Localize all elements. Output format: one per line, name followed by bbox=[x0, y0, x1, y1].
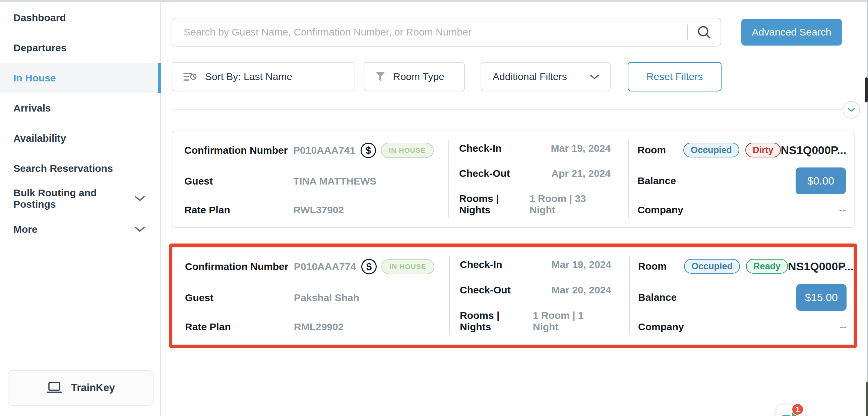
guest-name-value: TINA MATTHEWS bbox=[293, 175, 376, 187]
room-number-value: NS1Q000P... bbox=[788, 260, 854, 273]
card-column-divider bbox=[449, 256, 450, 335]
in-house-status-badge: IN HOUSE bbox=[381, 143, 434, 158]
sidebar-item-departures[interactable]: Departures bbox=[0, 33, 160, 63]
sidebar-item-in-house[interactable]: In House bbox=[0, 63, 160, 93]
search-box bbox=[172, 18, 721, 46]
card-guest-column: Confirmation Number P010AAA741 IN HOUSE … bbox=[184, 143, 442, 216]
sidebar-item-label: Availability bbox=[13, 133, 66, 144]
sidebar-item-bulk-routing-and-postings[interactable]: Bulk Routing and Postings bbox=[0, 184, 160, 214]
trainkey-label: TrainKey bbox=[71, 382, 115, 394]
rooms-nights-label: Rooms | Nights bbox=[460, 310, 533, 332]
check-in-value: Mar 19, 2024 bbox=[551, 143, 611, 154]
card-guest-column: Confirmation Number P010AAA774 IN HOUSE … bbox=[185, 259, 443, 332]
card-stay-column: Check-In Mar 19, 2024 Check-Out Mar 20, … bbox=[460, 259, 611, 332]
room-label: Room bbox=[638, 145, 666, 156]
sidebar-item-more[interactable]: More bbox=[0, 214, 160, 245]
notification-badge: 1 bbox=[792, 403, 804, 415]
guest-name-value: Pakshal Shah bbox=[294, 292, 359, 303]
card-stay-column: Check-In Mar 19, 2024 Check-Out Apr 21, … bbox=[459, 143, 611, 216]
rooms-nights-value: 1 Room | 33 Night bbox=[529, 193, 611, 216]
folio-dollar-icon[interactable] bbox=[361, 143, 376, 158]
highlighted-reservation-outline: Confirmation Number P010AAA774 IN HOUSE … bbox=[169, 244, 857, 348]
search-input[interactable] bbox=[172, 27, 687, 38]
funnel-icon bbox=[375, 71, 386, 83]
scrollbar-thumb[interactable] bbox=[865, 77, 868, 102]
room-status-pill-occupied: Occupied bbox=[683, 143, 739, 157]
balance-button[interactable]: $0.00 bbox=[796, 167, 846, 194]
balance-label: Balance bbox=[638, 175, 676, 187]
room-type-label: Room Type bbox=[393, 71, 444, 83]
sidebar-item-label: More bbox=[13, 224, 37, 235]
folio-dollar-icon[interactable] bbox=[361, 259, 377, 274]
additional-filters-button[interactable]: Additional Filters bbox=[480, 62, 611, 91]
confirmation-number-value: P010AAA774 bbox=[294, 261, 356, 272]
sidebar-item-arrivals[interactable]: Arrivals bbox=[0, 93, 160, 123]
card-column-divider bbox=[629, 256, 630, 335]
laptop-icon bbox=[46, 381, 62, 394]
company-value: -- bbox=[840, 321, 846, 332]
check-in-label: Check-In bbox=[460, 259, 502, 270]
room-type-filter-button[interactable]: Room Type bbox=[364, 62, 465, 91]
chevron-down-icon bbox=[134, 224, 146, 235]
collapse-list-button[interactable] bbox=[842, 101, 860, 119]
room-number-value: NS1Q000P... bbox=[781, 144, 846, 157]
search-icon[interactable] bbox=[696, 25, 712, 40]
guest-label: Guest bbox=[185, 292, 294, 303]
sort-icon bbox=[183, 71, 197, 83]
check-out-value: Mar 20, 2024 bbox=[552, 284, 611, 296]
chevron-down-icon bbox=[134, 193, 146, 204]
search-divider bbox=[687, 25, 688, 40]
rate-plan-value: RWL37902 bbox=[293, 204, 344, 216]
in-house-status-badge: IN HOUSE bbox=[381, 259, 434, 274]
sidebar: Dashboard Departures In House Arrivals A… bbox=[0, 2, 161, 416]
sidebar-item-label: Arrivals bbox=[13, 102, 51, 114]
guest-label: Guest bbox=[184, 175, 293, 187]
confirmation-number-label: Confirmation Number bbox=[185, 261, 294, 272]
sidebar-item-label: Dashboard bbox=[13, 12, 66, 24]
sidebar-item-dashboard[interactable]: Dashboard bbox=[0, 3, 160, 33]
window-corner-shadow bbox=[866, 382, 868, 416]
sidebar-nav: Dashboard Departures In House Arrivals A… bbox=[0, 3, 160, 245]
rooms-nights-label: Rooms | Nights bbox=[459, 193, 529, 216]
room-label: Room bbox=[638, 261, 666, 272]
balance-button[interactable]: $15.00 bbox=[796, 284, 846, 311]
sidebar-item-availability[interactable]: Availability bbox=[0, 123, 160, 153]
sidebar-item-search-reservations[interactable]: Search Reservations bbox=[0, 153, 160, 184]
sidebar-item-label: Departures bbox=[13, 42, 66, 54]
card-room-column: Room Occupied Ready NS1Q000P... Balance … bbox=[638, 259, 846, 332]
rooms-nights-value: 1 Room | 1 Night bbox=[533, 310, 611, 332]
sidebar-item-label: Bulk Routing and Postings bbox=[13, 187, 134, 210]
sidebar-footer-divider bbox=[0, 354, 160, 354]
sidebar-item-label: Search Reservations bbox=[13, 163, 113, 174]
reset-filters-label: Reset Filters bbox=[647, 71, 703, 83]
reservation-card[interactable]: Confirmation Number P010AAA774 IN HOUSE … bbox=[172, 247, 854, 345]
additional-filters-label: Additional Filters bbox=[493, 71, 567, 83]
confirmation-number-value: P010AAA741 bbox=[293, 145, 355, 156]
check-in-label: Check-In bbox=[459, 143, 502, 154]
rate-plan-label: Rate Plan bbox=[185, 321, 294, 332]
sidebar-item-label: In House bbox=[13, 72, 56, 84]
company-label: Company bbox=[638, 204, 683, 216]
rate-plan-value: RML29902 bbox=[294, 321, 343, 332]
sort-by-button[interactable]: Sort By: Last Name bbox=[172, 62, 355, 91]
check-out-label: Check-Out bbox=[460, 284, 511, 296]
trainkey-button[interactable]: TrainKey bbox=[8, 370, 154, 406]
chevron-down-icon bbox=[847, 108, 855, 112]
card-column-divider bbox=[448, 140, 449, 218]
room-status-pill-ready: Ready bbox=[746, 259, 788, 274]
check-out-label: Check-Out bbox=[459, 168, 510, 179]
chevron-down-icon bbox=[589, 71, 600, 83]
reservation-card[interactable]: Confirmation Number P010AAA741 IN HOUSE … bbox=[172, 131, 855, 228]
sort-by-label: Sort By: Last Name bbox=[205, 71, 292, 83]
rate-plan-label: Rate Plan bbox=[184, 204, 293, 216]
balance-label: Balance bbox=[638, 292, 677, 303]
confirmation-number-label: Confirmation Number bbox=[184, 145, 293, 156]
check-out-value: Apr 21, 2024 bbox=[551, 168, 611, 179]
company-value: -- bbox=[839, 204, 846, 216]
company-label: Company bbox=[638, 321, 684, 332]
card-column-divider bbox=[628, 140, 629, 218]
advanced-search-button[interactable]: Advanced Search bbox=[741, 19, 842, 45]
reset-filters-button[interactable]: Reset Filters bbox=[628, 62, 721, 91]
card-room-column: Room Occupied Dirty NS1Q000P... Balance … bbox=[638, 143, 846, 216]
room-status-pill-occupied: Occupied bbox=[684, 259, 740, 274]
